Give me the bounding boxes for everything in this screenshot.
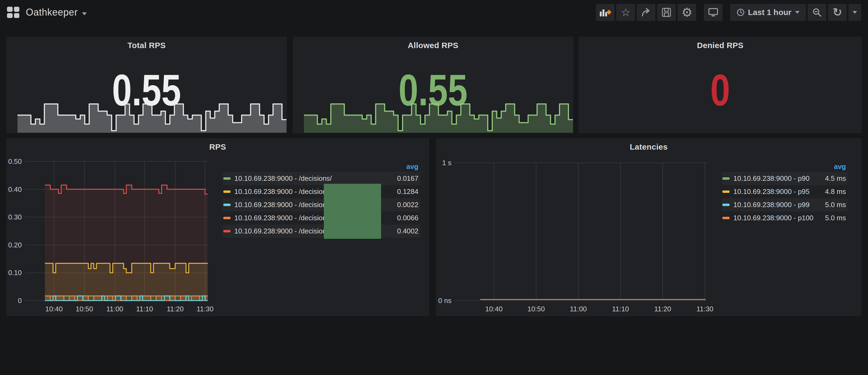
time-range-label: Last 1 hour (748, 8, 792, 17)
gear-icon: ⚙ (682, 6, 692, 19)
refresh-button[interactable]: ↻ (828, 4, 846, 21)
total-rps-sparkline (18, 100, 286, 133)
svg-text:0.40: 0.40 (8, 185, 22, 193)
legend-row[interactable]: 10.10.69.238:9000 - /decisions/0.0022 (223, 198, 420, 211)
rps-legend: avg10.10.69.238:9000 - /decisions/0.0167… (223, 161, 420, 238)
legend-series-value: 0.0022 (397, 201, 418, 209)
svg-text:11:10: 11:10 (136, 305, 153, 313)
top-nav: Oathkeeper ☆ (0, 0, 868, 25)
legend-series-label[interactable]: 10.10.69.238:9000 - p99 (733, 201, 825, 209)
grafana-dashboard: Oathkeeper ☆ (0, 0, 868, 375)
svg-text:11:00: 11:00 (570, 305, 587, 313)
chevron-down-icon (853, 11, 857, 14)
allowed-rps-sparkline (304, 100, 573, 133)
panel-title[interactable]: Total RPS (6, 41, 287, 50)
cycle-view-button[interactable] (704, 4, 722, 21)
series-color-swatch (223, 177, 230, 180)
svg-text:10:50: 10:50 (75, 305, 93, 313)
latencies-legend: avg10.10.69.238:9000 - p904.5 ms10.10.69… (722, 161, 847, 225)
chevron-down-icon (795, 11, 800, 14)
save-icon (662, 8, 671, 17)
svg-text:1 s: 1 s (442, 159, 452, 167)
svg-text:0 ns: 0 ns (438, 296, 452, 305)
legend-series-value: 0.0167 (397, 174, 418, 183)
add-panel-button[interactable] (596, 4, 614, 21)
svg-text:10:50: 10:50 (527, 305, 545, 313)
panel-latencies-chart: Latencies 1 s0 ns10:4010:5011:0011:1011:… (436, 138, 862, 316)
legend-series-value: 5.0 ms (825, 201, 846, 209)
legend-row[interactable]: 10.10.69.238:9000 - /decisions/0.1284 (223, 185, 420, 198)
time-range-picker[interactable]: Last 1 hour (731, 4, 806, 21)
legend-series-label[interactable]: 10.10.69.238:9000 - p95 (733, 187, 825, 196)
panel-total-rps: Total RPS 0.55 (6, 36, 287, 133)
legend-series-label[interactable]: 10.10.69.238:9000 - p100 (733, 214, 825, 222)
dashboard-grid-icon[interactable] (7, 7, 19, 18)
svg-text:11:00: 11:00 (106, 305, 123, 313)
star-icon: ☆ (621, 7, 630, 18)
svg-text:0.30: 0.30 (8, 213, 22, 221)
green-overlay-block (324, 184, 381, 239)
legend-avg-header: avg (722, 161, 847, 172)
svg-text:11:10: 11:10 (612, 305, 629, 313)
svg-text:0.20: 0.20 (8, 241, 22, 249)
save-button[interactable] (657, 4, 676, 21)
legend-row[interactable]: 10.10.69.238:9000 - /decisions/0.4002 (223, 225, 420, 238)
clock-icon (737, 8, 745, 17)
svg-text:10:40: 10:40 (45, 305, 63, 313)
svg-text:11:30: 11:30 (196, 305, 213, 313)
series-color-swatch (722, 177, 730, 180)
refresh-icon: ↻ (833, 7, 842, 18)
legend-row[interactable]: 10.10.69.238:9000 - /decisions/0.0066 (223, 211, 420, 225)
refresh-interval-dropdown[interactable] (849, 4, 861, 21)
dashboard-title[interactable]: Oathkeeper (26, 7, 78, 18)
series-color-swatch (722, 217, 730, 219)
legend-series-value: 4.8 ms (825, 187, 846, 196)
legend-avg-header: avg (223, 161, 420, 172)
series-color-swatch (223, 217, 230, 219)
add-panel-icon (599, 8, 611, 17)
panel-denied-rps: Denied RPS 0 (578, 36, 862, 133)
toolbar: ☆ ⚙ (594, 4, 861, 21)
legend-series-value: 0.4002 (397, 227, 418, 235)
legend-series-value: 5.0 ms (825, 214, 846, 222)
legend-row[interactable]: 10.10.69.238:9000 - p1005.0 ms (722, 211, 847, 225)
monitor-icon (708, 8, 718, 17)
legend-row[interactable]: 10.10.69.238:9000 - p904.5 ms (722, 172, 847, 185)
series-color-swatch (223, 204, 230, 206)
svg-text:11:20: 11:20 (166, 305, 184, 313)
series-color-swatch (722, 204, 730, 206)
panel-allowed-rps: Allowed RPS 0.55 (292, 36, 574, 133)
legend-series-value: 0.0066 (397, 214, 418, 222)
svg-text:0.10: 0.10 (8, 269, 22, 277)
settings-button[interactable]: ⚙ (678, 4, 696, 21)
dashboard-picker[interactable]: Oathkeeper (7, 7, 87, 18)
legend-row[interactable]: 10.10.69.238:9000 - p995.0 ms (722, 198, 847, 211)
legend-series-label[interactable]: 10.10.69.238:9000 - p90 (733, 174, 825, 183)
zoom-out-button[interactable] (808, 4, 826, 21)
svg-text:0: 0 (18, 296, 22, 305)
svg-text:0.50: 0.50 (8, 157, 22, 165)
series-color-swatch (722, 190, 730, 193)
share-button[interactable] (637, 4, 655, 21)
stat-value-denied-rps: 0 (607, 63, 833, 117)
series-color-swatch (223, 190, 230, 193)
panel-title[interactable]: Denied RPS (579, 41, 862, 50)
panel-title[interactable]: Allowed RPS (293, 41, 574, 50)
zoom-out-icon (812, 8, 822, 17)
legend-series-value: 4.5 ms (825, 174, 846, 183)
star-button[interactable]: ☆ (617, 4, 635, 21)
legend-series-value: 0.1284 (397, 187, 418, 196)
svg-text:11:20: 11:20 (654, 305, 671, 313)
legend-series-label[interactable]: 10.10.69.238:9000 - /decisions/ (234, 174, 397, 183)
svg-text:10:40: 10:40 (485, 305, 502, 313)
svg-text:11:30: 11:30 (696, 305, 713, 313)
share-icon (641, 8, 651, 17)
legend-row[interactable]: 10.10.69.238:9000 - p954.8 ms (722, 185, 847, 198)
chevron-down-icon (82, 12, 87, 15)
series-color-swatch (223, 230, 230, 232)
legend-row[interactable]: 10.10.69.238:9000 - /decisions/0.0167 (223, 172, 420, 185)
